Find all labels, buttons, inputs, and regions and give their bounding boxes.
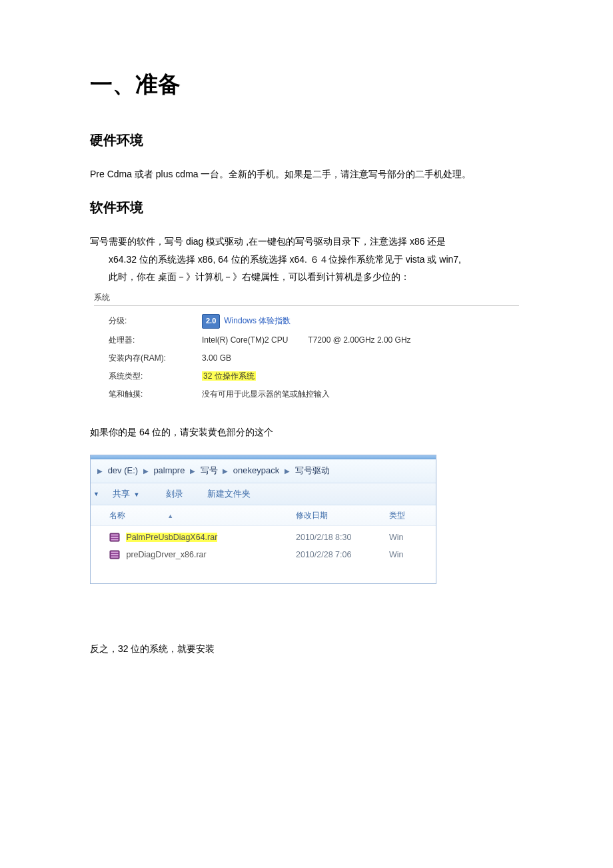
system-row-cpu: 处理器: Intel(R) Core(TM)2 CPUT7200 @ 2.00G… — [94, 331, 519, 349]
wei-badge[interactable]: 2.0 Windows 体验指数 — [202, 314, 291, 329]
pen-label: 笔和触摸: — [109, 388, 202, 401]
file-type: Win — [389, 531, 429, 544]
heading-software: 软件环境 — [90, 197, 523, 218]
svg-rect-5 — [111, 551, 119, 553]
col-date[interactable]: 修改日期 — [296, 509, 389, 522]
wei-score: 2.0 — [202, 314, 220, 329]
chevron-right-icon: ▶ — [97, 466, 103, 477]
svg-rect-6 — [111, 554, 119, 555]
pen-value: 没有可用于此显示器的笔或触控输入 — [202, 388, 519, 401]
cpu-value-a: Intel(R) Core(TM)2 CPU — [202, 335, 288, 345]
heading-1: 一、准备 — [90, 67, 523, 103]
system-row-ram: 安装内存(RAM): 3.00 GB — [94, 349, 519, 367]
file-name-cell: PalmPreUsbDiagX64.rar — [109, 531, 296, 544]
crumb-2[interactable]: 写号 — [201, 465, 218, 475]
svg-rect-7 — [111, 556, 119, 557]
system-row-type: 系统类型: 32 位操作系统 — [94, 367, 519, 385]
col-type[interactable]: 类型 — [389, 509, 429, 522]
para-64bit-note: 如果你的是 64 位的，请安装黄色部分的这个 — [90, 423, 523, 441]
toolbar-share[interactable]: 共享 ▼ — [113, 487, 143, 501]
para-hardware: Pre Cdma 或者 plus cdma 一台。全新的手机。如果是二手，请注意… — [90, 165, 523, 183]
cpu-value: Intel(R) Core(TM)2 CPUT7200 @ 2.00GHz 2.… — [202, 334, 519, 347]
system-info-panel: 系统 分级: 2.0 Windows 体验指数 处理器: Intel(R) Co… — [90, 291, 523, 404]
explorer-columns: 名称 ▲ 修改日期 类型 — [91, 505, 436, 525]
file-name-cell: preDiagDrver_x86.rar — [109, 548, 296, 561]
type-value-hl: 32 位操作系统 — [202, 371, 256, 381]
crumb-1[interactable]: palmpre — [153, 465, 185, 475]
cpu-label: 处理器: — [109, 334, 202, 347]
crumb-3[interactable]: onekeypack — [233, 465, 279, 475]
svg-rect-3 — [111, 539, 119, 540]
system-row-rating: 分级: 2.0 Windows 体验指数 — [94, 311, 519, 331]
para-software-l3: 此时，你在 桌面－》计算机－》右键属性，可以看到计算机是多少位的： — [90, 268, 523, 286]
toolbar-new-folder[interactable]: 新建文件夹 — [207, 487, 251, 501]
crumb-4[interactable]: 写号驱动 — [295, 465, 330, 475]
sort-asc-icon: ▲ — [167, 511, 173, 521]
archive-file-icon — [109, 550, 120, 559]
toolbar-burn[interactable]: 刻录 — [166, 487, 183, 501]
archive-file-icon — [109, 533, 120, 542]
heading-hardware: 硬件环境 — [90, 129, 523, 151]
system-row-pen: 笔和触摸: 没有可用于此显示器的笔或触控输入 — [94, 385, 519, 403]
type-value: 32 位操作系统 — [202, 370, 519, 383]
chevron-right-icon: ▶ — [223, 466, 228, 477]
cpu-value-b: T7200 @ 2.00GHz 2.00 GHz — [308, 335, 410, 345]
svg-rect-2 — [111, 537, 119, 538]
file-row[interactable]: PalmPreUsbDiagX64.rar 2010/2/18 8:30 Win — [91, 529, 436, 546]
svg-rect-1 — [111, 534, 119, 535]
explorer-body: PalmPreUsbDiagX64.rar 2010/2/18 8:30 Win… — [91, 526, 436, 583]
dropdown-icon[interactable]: ▼ — [93, 489, 99, 499]
explorer-toolbar: ▼ 共享 ▼ 刻录 新建文件夹 — [91, 483, 436, 506]
ram-label: 安装内存(RAM): — [109, 352, 202, 365]
file-name: PalmPreUsbDiagX64.rar — [126, 533, 217, 542]
file-row[interactable]: preDiagDrver_x86.rar 2010/2/28 7:06 Win — [91, 546, 436, 563]
toolbar-share-label: 共享 — [113, 489, 130, 499]
file-type: Win — [389, 548, 429, 561]
ram-value: 3.00 GB — [202, 352, 519, 365]
type-label: 系统类型: — [109, 370, 202, 383]
dropdown-icon: ▼ — [134, 491, 140, 498]
explorer-address-bar[interactable]: ▶ dev (E:) ▶ palmpre ▶ 写号 ▶ onekeypack ▶… — [91, 459, 436, 483]
explorer-window: ▶ dev (E:) ▶ palmpre ▶ 写号 ▶ onekeypack ▶… — [90, 455, 436, 584]
wei-link[interactable]: Windows 体验指数 — [224, 315, 291, 327]
crumb-0[interactable]: dev (E:) — [108, 465, 139, 475]
col-name[interactable]: 名称 ▲ — [109, 509, 296, 522]
para-software-l2: x64.32 位的系统选择 x86, 64 位的系统选择 x64. ６４位操作系… — [90, 251, 523, 269]
file-date: 2010/2/18 8:30 — [296, 531, 389, 544]
system-info-header: 系统 — [94, 291, 519, 306]
para-software: 写号需要的软件，写号 diag 模式驱动 ,在一键包的写号驱动目录下，注意选择 … — [90, 233, 523, 286]
para-32bit-note: 反之，32 位的系统，就要安装 — [90, 641, 523, 656]
chevron-right-icon: ▶ — [190, 466, 195, 477]
col-name-label: 名称 — [109, 511, 125, 520]
para-software-l1: 写号需要的软件，写号 diag 模式驱动 ,在一键包的写号驱动目录下，注意选择 … — [90, 236, 446, 247]
rating-label: 分级: — [109, 315, 202, 327]
chevron-right-icon: ▶ — [285, 466, 290, 477]
file-date: 2010/2/28 7:06 — [296, 548, 389, 561]
chevron-right-icon: ▶ — [143, 466, 149, 477]
file-name: preDiagDrver_x86.rar — [126, 550, 206, 559]
